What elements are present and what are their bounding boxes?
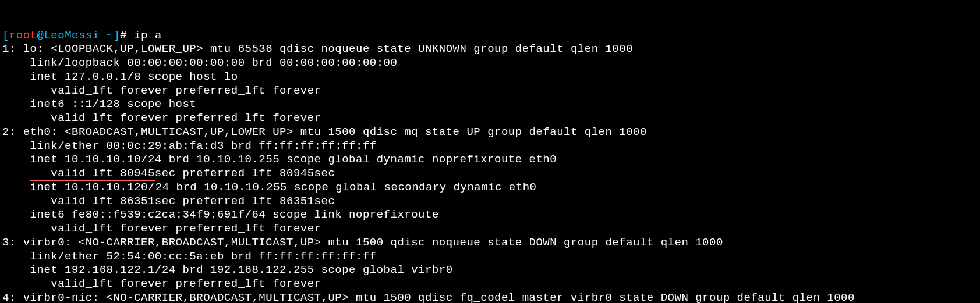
output-line: 2: eth0: <BROADCAST,MULTICAST,UP,LOWER_U… [2,126,647,138]
output-line: link/loopback 00:00:00:00:00:00 brd 00:0… [2,56,397,69]
prompt-hash: # [120,29,134,42]
output-line: link/ether 00:0c:29:ab:fa:d3 brd ff:ff:f… [2,140,377,152]
output-line: 3: virbr0: <NO-CARRIER,BROADCAST,MULTICA… [2,236,723,249]
output-line: valid_lft 80945sec preferred_lft 80945se… [2,167,335,180]
command-text: ip a [134,29,162,42]
output-line: valid_lft forever preferred_lft forever [2,112,321,124]
output-line: inet 10.10.10.10/24 brd 10.10.10.255 sco… [2,153,557,166]
output-line: link/ether 52:54:00:cc:5a:eb brd ff:ff:f… [2,250,377,263]
output-line-highlighted: inet 10.10.10.120/24 brd 10.10.10.255 sc… [2,181,536,194]
prompt-rbracket: ] [113,29,120,42]
output-line: inet6 ::1/128 scope host [2,98,203,110]
terminal-output: [root@LeoMessi ~]# ip a 1: lo: <LOOPBACK… [2,29,978,304]
output-line: 4: virbr0-nic: <NO-CARRIER,BROADCAST,MUL… [2,291,855,303]
output-line: valid_lft 86351sec preferred_lft 86351se… [2,195,335,208]
prompt-line: [root@LeoMessi ~]# ip a [2,29,162,42]
output-line: valid_lft forever preferred_lft forever [2,277,321,290]
output-line: inet 127.0.0.1/8 scope host lo [2,70,238,83]
prompt-at: @ [37,29,44,42]
prompt-user: root [9,29,37,42]
output-line: valid_lft forever preferred_lft forever [2,84,321,97]
highlighted-ip: inet 10.10.10.120/ [30,180,155,194]
output-line: inet6 fe80::f539:c2ca:34f9:691f/64 scope… [2,208,446,221]
prompt-host: LeoMessi [44,29,99,42]
prompt-lbracket: [ [2,29,9,42]
output-line: 1: lo: <LOOPBACK,UP,LOWER_UP> mtu 65536 … [2,42,633,55]
output-line: valid_lft forever preferred_lft forever [2,222,321,235]
output-line: inet 192.168.122.1/24 brd 192.168.122.25… [2,263,453,276]
prompt-path: ~ [100,29,114,42]
